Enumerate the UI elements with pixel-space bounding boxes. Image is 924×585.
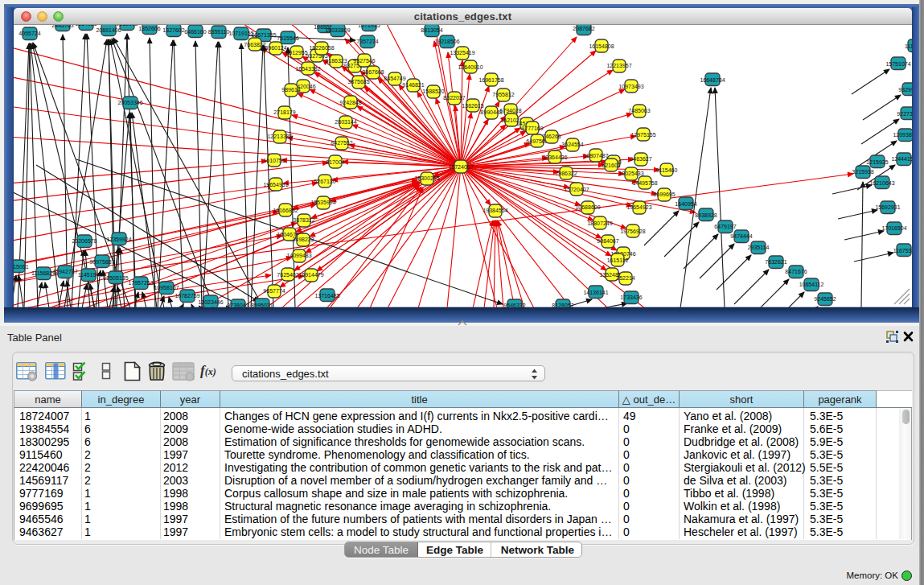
svg-text:7625402: 7625402 xyxy=(277,272,298,278)
svg-text:8355110: 8355110 xyxy=(208,29,230,35)
svg-text:9227342: 9227342 xyxy=(897,111,918,117)
svg-text:10973493: 10973493 xyxy=(618,84,643,89)
svg-text:18640910: 18640910 xyxy=(458,64,483,70)
svg-text:5267130: 5267130 xyxy=(314,179,335,184)
svg-text:1588520: 1588520 xyxy=(422,89,444,94)
svg-text:1362615: 1362615 xyxy=(462,103,483,109)
svg-text:20364436: 20364436 xyxy=(542,154,567,160)
svg-text:16648784: 16648784 xyxy=(700,77,725,83)
svg-text:6466160: 6466160 xyxy=(184,29,206,35)
svg-text:19384554: 19384554 xyxy=(483,208,507,213)
svg-text:18300295: 18300295 xyxy=(414,175,439,181)
svg-text:7632621: 7632621 xyxy=(765,259,786,265)
svg-text:9115460: 9115460 xyxy=(656,167,678,173)
svg-text:8471676: 8471676 xyxy=(785,269,807,274)
svg-text:7515546: 7515546 xyxy=(277,35,298,41)
svg-text:989614: 989614 xyxy=(281,87,300,93)
svg-text:7663822: 7663822 xyxy=(244,42,265,47)
svg-text:13535994: 13535994 xyxy=(310,200,335,205)
svg-text:9777169: 9777169 xyxy=(521,126,543,131)
svg-text:16961758: 16961758 xyxy=(478,77,503,83)
svg-text:1610755: 1610755 xyxy=(263,158,285,163)
svg-text:19756928: 19756928 xyxy=(620,229,645,234)
svg-text:15720407: 15720407 xyxy=(564,187,589,192)
svg-text:14136141: 14136141 xyxy=(583,290,608,295)
svg-text:13716485: 13716485 xyxy=(314,293,339,299)
svg-text:2087682: 2087682 xyxy=(573,26,594,31)
svg-text:817004: 817004 xyxy=(326,159,344,165)
svg-text:12213389: 12213389 xyxy=(267,134,292,139)
svg-text:14099483: 14099483 xyxy=(286,253,311,258)
svg-text:19218506: 19218506 xyxy=(434,39,459,44)
svg-text:2803144: 2803144 xyxy=(335,119,356,125)
svg-text:10688609: 10688609 xyxy=(575,204,600,210)
svg-text:1640954: 1640954 xyxy=(675,201,696,207)
svg-text:7357274: 7357274 xyxy=(356,39,378,44)
svg-text:1327602: 1327602 xyxy=(162,27,184,33)
svg-text:16154808: 16154808 xyxy=(589,43,614,49)
svg-text:6479197: 6479197 xyxy=(714,224,736,229)
svg-text:10807487: 10807487 xyxy=(583,153,608,159)
svg-text:9146821: 9146821 xyxy=(402,82,424,88)
svg-text:15751074: 15751074 xyxy=(885,61,910,67)
svg-text:90975887: 90975887 xyxy=(89,259,114,265)
svg-text:16543382: 16543382 xyxy=(295,66,320,72)
svg-text:9657774: 9657774 xyxy=(263,288,285,294)
svg-text:8595031: 8595031 xyxy=(251,303,273,308)
svg-text:1145194: 1145194 xyxy=(78,272,100,278)
svg-text:20206578: 20206578 xyxy=(72,238,97,244)
svg-text:17359924: 17359924 xyxy=(106,237,131,242)
svg-text:1352606: 1352606 xyxy=(138,26,160,31)
svg-text:10782759: 10782759 xyxy=(175,293,199,299)
svg-text:8813054: 8813054 xyxy=(421,27,442,33)
svg-text:8322037: 8322037 xyxy=(443,95,465,101)
svg-text:9474444: 9474444 xyxy=(730,233,752,239)
svg-text:3624554: 3624554 xyxy=(561,142,583,147)
svg-text:3498222: 3498222 xyxy=(292,237,314,242)
svg-text:4055724: 4055724 xyxy=(18,31,40,36)
svg-text:10719155: 10719155 xyxy=(228,31,253,36)
svg-text:6794028: 6794028 xyxy=(499,108,521,113)
svg-text:15692931: 15692931 xyxy=(875,204,900,210)
svg-text:9546332: 9546332 xyxy=(503,303,525,308)
svg-text:18724007: 18724007 xyxy=(448,164,473,170)
svg-text:12213957: 12213957 xyxy=(606,63,631,68)
svg-text:9245652: 9245652 xyxy=(814,296,836,302)
svg-text:12942737: 12942737 xyxy=(52,269,77,274)
svg-text:16914479: 16914479 xyxy=(298,272,323,278)
svg-text:8938928: 8938928 xyxy=(695,212,717,218)
svg-text:7986322: 7986322 xyxy=(555,171,577,176)
svg-text:10654112: 10654112 xyxy=(799,282,824,287)
svg-text:8960124: 8960124 xyxy=(265,45,286,51)
svg-text:19654931: 19654931 xyxy=(263,182,288,187)
svg-text:1167535: 1167535 xyxy=(893,248,915,253)
svg-text:12505135: 12505135 xyxy=(103,275,128,281)
svg-text:20691406: 20691406 xyxy=(96,27,121,33)
svg-text:8427552: 8427552 xyxy=(331,140,352,146)
svg-text:19166852: 19166852 xyxy=(273,208,298,213)
svg-text:16671355: 16671355 xyxy=(251,32,276,38)
svg-text:16210643: 16210643 xyxy=(869,180,894,186)
svg-text:1615112: 1615112 xyxy=(607,257,629,263)
svg-text:621601: 621601 xyxy=(602,163,620,168)
svg-text:18226058: 18226058 xyxy=(309,45,334,51)
svg-text:8454749: 8454749 xyxy=(384,76,405,81)
svg-text:3875685: 3875685 xyxy=(347,79,369,84)
svg-text:3215938: 3215938 xyxy=(852,169,873,175)
svg-text:14495758: 14495758 xyxy=(632,180,657,186)
svg-text:2935114: 2935114 xyxy=(748,245,770,250)
svg-text:16033809: 16033809 xyxy=(325,27,350,33)
svg-text:12444159: 12444159 xyxy=(891,156,916,162)
svg-text:1215935: 1215935 xyxy=(866,159,888,165)
svg-text:13325419: 13325419 xyxy=(450,50,474,56)
svg-text:7485063: 7485063 xyxy=(628,108,650,113)
svg-text:7955812: 7955812 xyxy=(492,92,514,97)
svg-text:9329965: 9329965 xyxy=(898,87,920,93)
svg-text:9242848: 9242848 xyxy=(339,100,361,105)
svg-text:3878312: 3878312 xyxy=(293,217,314,223)
svg-text:3915061: 3915061 xyxy=(6,264,28,270)
svg-text:2718179: 2718179 xyxy=(273,109,295,115)
svg-text:252214: 252214 xyxy=(616,275,634,281)
svg-text:746266: 746266 xyxy=(542,134,561,139)
svg-text:9084067: 9084067 xyxy=(597,238,618,244)
